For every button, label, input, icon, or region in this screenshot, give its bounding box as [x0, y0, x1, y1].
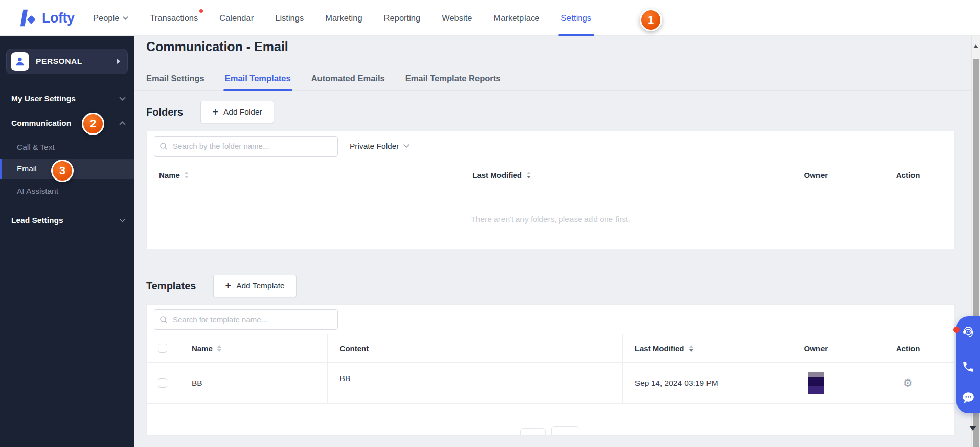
nav-item-marketing[interactable]: Marketing: [325, 0, 362, 36]
add-template-button[interactable]: + Add Template: [213, 275, 296, 297]
phone-icon[interactable]: [962, 360, 975, 373]
row-select-cell: [147, 363, 179, 403]
settings-sidebar: PERSONAL My User Settings Communication …: [0, 36, 134, 447]
template-content-cell: BB: [328, 363, 623, 403]
folders-empty-state: There aren't any folders, please add one…: [147, 189, 954, 249]
lofty-logo[interactable]: Lofty: [18, 7, 74, 29]
main-content: Communication - Email Email Settings Ema…: [134, 36, 980, 447]
sort-icon[interactable]: [527, 172, 531, 178]
column-header-content: Content: [328, 334, 623, 362]
select-all-cell: [147, 334, 179, 362]
tab-email-templates[interactable]: Email Templates: [225, 66, 291, 90]
search-icon: [159, 316, 168, 324]
nav-item-people[interactable]: People: [93, 0, 128, 36]
templates-toolbar: [147, 305, 954, 334]
column-header-name[interactable]: Name: [147, 161, 460, 189]
app-screen: Lofty People Transactions Calendar Listi…: [0, 0, 980, 447]
row-checkbox[interactable]: [158, 378, 167, 388]
scrollbar-up-button[interactable]: [972, 36, 980, 56]
column-header-action: Action: [861, 334, 954, 362]
owner-avatar[interactable]: [808, 372, 824, 394]
nav-item-reporting[interactable]: Reporting: [384, 0, 421, 36]
notification-dot: [953, 327, 960, 333]
pagination-page-button[interactable]: [551, 426, 579, 436]
search-icon: [159, 142, 168, 150]
chevron-down-icon: [119, 97, 126, 101]
chevron-down-icon: [123, 16, 128, 20]
templates-card: Name Content Last Modified Owner Action …: [146, 304, 955, 436]
folders-toolbar: Private Folder: [147, 131, 954, 161]
folders-table-header: Name Last Modified Owner Action: [147, 161, 954, 189]
sort-icon[interactable]: [217, 345, 221, 352]
nav-item-settings[interactable]: Settings: [561, 0, 591, 36]
sort-icon[interactable]: [689, 345, 693, 352]
chevron-down-icon: [119, 218, 126, 222]
template-owner-cell: [770, 363, 861, 403]
private-folder-dropdown[interactable]: Private Folder: [350, 142, 409, 151]
column-header-last-modified[interactable]: Last Modified: [460, 161, 770, 189]
chat-bubble-icon[interactable]: [962, 391, 975, 404]
collapse-caret-icon[interactable]: [969, 426, 976, 431]
support-floating-rail: [956, 316, 980, 413]
template-name-cell[interactable]: BB: [179, 363, 328, 403]
column-header-owner: Owner: [770, 161, 861, 189]
plus-icon: +: [225, 281, 231, 291]
template-action-cell: ⚙: [861, 363, 954, 403]
triangle-up-icon: [973, 44, 978, 48]
tutorial-step-badge-3: 3: [51, 160, 74, 182]
folders-section-header: Folders + Add Folder: [146, 100, 274, 124]
nav-item-calendar[interactable]: Calendar: [219, 0, 254, 36]
folder-search-input[interactable]: [154, 136, 338, 157]
pagination-prev-button[interactable]: [520, 428, 546, 436]
lofty-logo-text: Lofty: [42, 10, 74, 26]
folders-card: Private Folder Name Last Modified Owner …: [146, 131, 955, 249]
sidebar-item-communication[interactable]: Communication: [11, 117, 126, 130]
lofty-logo-icon: [18, 7, 38, 29]
tutorial-step-badge-2: 2: [82, 113, 104, 135]
tab-automated-emails[interactable]: Automated Emails: [311, 66, 385, 90]
tutorial-step-badge-1: 1: [640, 9, 662, 31]
column-header-action: Action: [861, 161, 954, 189]
top-navigation-bar: Lofty People Transactions Calendar Listi…: [0, 0, 980, 36]
sidebar-item-ai-assistant[interactable]: AI Assistant: [17, 185, 58, 197]
page-title: Communication - Email: [146, 39, 288, 54]
main-navigation: People Transactions Calendar Listings Ma…: [93, 0, 591, 36]
nav-item-marketplace[interactable]: Marketplace: [493, 0, 539, 36]
tab-email-settings[interactable]: Email Settings: [146, 66, 204, 90]
workspace-label: PERSONAL: [36, 57, 82, 66]
templates-table-header: Name Content Last Modified Owner Action: [147, 334, 954, 363]
template-last-modified-cell: Sep 14, 2024 03:19 PM: [623, 363, 771, 403]
table-row: BB BB Sep 14, 2024 03:19 PM ⚙: [147, 363, 954, 404]
chevron-down-icon: [403, 144, 409, 148]
nav-item-transactions[interactable]: Transactions: [150, 0, 198, 36]
template-search-input[interactable]: [154, 309, 338, 330]
column-header-last-modified[interactable]: Last Modified: [623, 334, 771, 362]
folder-search: [154, 136, 338, 157]
email-settings-tabs: Email Settings Email Templates Automated…: [134, 66, 980, 91]
template-search: [154, 309, 338, 330]
nav-item-website[interactable]: Website: [442, 0, 472, 36]
gear-icon[interactable]: ⚙: [903, 377, 913, 389]
support-agent-icon[interactable]: [962, 325, 975, 338]
divider: [962, 349, 974, 349]
chevron-up-icon: [119, 121, 126, 125]
workspace-selector[interactable]: PERSONAL: [6, 49, 128, 74]
add-folder-button[interactable]: + Add Folder: [200, 101, 274, 123]
column-header-name[interactable]: Name: [179, 334, 328, 362]
sort-icon[interactable]: [185, 172, 189, 178]
notification-dot: [199, 9, 203, 13]
plus-icon: +: [212, 107, 218, 117]
folders-heading: Folders: [146, 106, 183, 118]
select-all-checkbox[interactable]: [158, 344, 167, 353]
templates-section-header: Templates + Add Template: [146, 274, 297, 298]
column-header-owner: Owner: [770, 334, 861, 362]
sidebar-item-call-and-text[interactable]: Call & Text: [17, 141, 55, 153]
person-icon: [11, 52, 29, 71]
chevron-right-icon: [117, 59, 120, 64]
nav-item-listings[interactable]: Listings: [275, 0, 304, 36]
divider: [962, 383, 974, 383]
tab-email-template-reports[interactable]: Email Template Reports: [405, 66, 501, 90]
sidebar-item-lead-settings[interactable]: Lead Settings: [11, 214, 126, 227]
sidebar-item-my-user-settings[interactable]: My User Settings: [11, 92, 126, 105]
templates-heading: Templates: [146, 280, 196, 292]
